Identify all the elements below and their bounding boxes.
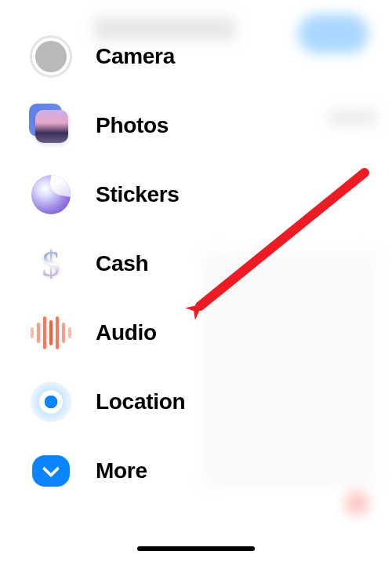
- more-icon: [30, 450, 72, 492]
- photos-icon: [30, 104, 72, 147]
- menu-item-label: Location: [96, 389, 185, 414]
- menu-item-cash[interactable]: $ Cash: [30, 229, 259, 298]
- stickers-icon: [30, 173, 72, 216]
- menu-item-label: Cash: [96, 251, 148, 276]
- home-indicator[interactable]: [137, 546, 255, 551]
- bg-button-blur: [298, 14, 368, 53]
- menu-item-label: Stickers: [96, 182, 180, 207]
- location-icon: [30, 381, 72, 423]
- menu-item-more[interactable]: More: [30, 436, 259, 505]
- menu-item-photos[interactable]: Photos: [30, 91, 259, 160]
- bg-dot-blur: [345, 491, 368, 515]
- menu-item-stickers[interactable]: Stickers: [30, 160, 259, 229]
- menu-item-audio[interactable]: Audio: [30, 298, 259, 367]
- menu-item-location[interactable]: Location: [30, 367, 259, 436]
- menu-item-label: Camera: [96, 44, 175, 69]
- audio-icon: [30, 312, 72, 354]
- menu-item-label: Audio: [96, 320, 157, 345]
- menu-item-camera[interactable]: Camera: [30, 22, 259, 91]
- cash-icon: $: [30, 243, 72, 285]
- menu-item-label: Photos: [96, 113, 169, 138]
- menu-item-label: More: [96, 458, 147, 484]
- attachment-menu: Camera Photos Stickers $ Cash: [0, 22, 259, 505]
- camera-icon: [30, 35, 72, 78]
- bg-text-blur: [329, 110, 376, 126]
